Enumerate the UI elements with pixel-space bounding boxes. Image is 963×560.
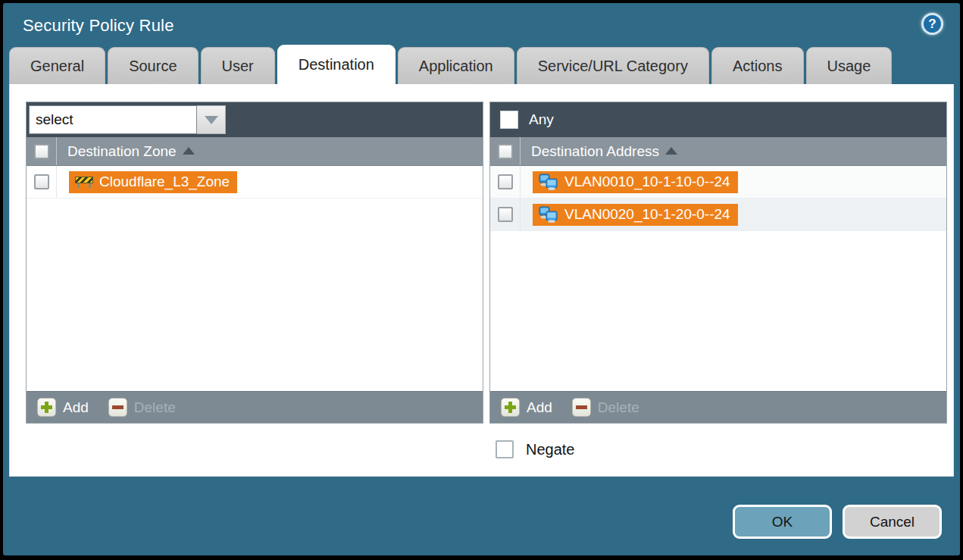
network-icon xyxy=(539,206,558,223)
any-row: Any xyxy=(492,111,554,129)
minus-icon xyxy=(572,398,591,417)
address-delete-button[interactable]: Delete xyxy=(572,398,639,417)
address-add-label: Add xyxy=(527,399,552,416)
zone-row-checkbox[interactable] xyxy=(34,174,49,189)
destination-zone-panel: Destination Zone Cloudflare_L3_Zone xyxy=(26,102,483,424)
tab-general[interactable]: General xyxy=(9,47,105,84)
address-row: VLAN0010_10-1-10-0--24 xyxy=(490,166,946,199)
security-policy-rule-dialog: Security Policy Rule ? General Source Us… xyxy=(3,3,960,555)
any-label: Any xyxy=(529,111,554,128)
address-row-checkbox[interactable] xyxy=(498,174,513,189)
zone-row-checkbox-cell xyxy=(27,166,57,198)
zone-select-all-checkbox[interactable] xyxy=(34,144,49,159)
address-delete-label: Delete xyxy=(598,399,639,416)
tab-application[interactable]: Application xyxy=(398,47,514,84)
address-select-all-cell xyxy=(490,137,521,165)
zone-item-label: Cloudflare_L3_Zone xyxy=(99,174,230,190)
negate-label: Negate xyxy=(526,441,575,458)
zone-add-label: Add xyxy=(63,399,89,416)
zone-select-all-cell xyxy=(27,137,57,165)
destination-address-panel: Any Destination Address xyxy=(489,102,947,424)
dialog-footer: OK Cancel xyxy=(733,505,942,539)
cancel-button[interactable]: Cancel xyxy=(843,505,942,539)
tab-actions[interactable]: Actions xyxy=(711,47,804,84)
zone-select-dropdown-button[interactable] xyxy=(197,105,226,134)
zone-column-title[interactable]: Destination Zone xyxy=(67,143,195,160)
address-panel-toolbar: Any xyxy=(490,102,946,137)
tab-user[interactable]: User xyxy=(201,47,275,84)
zone-list: Cloudflare_L3_Zone xyxy=(27,166,483,391)
address-item-label: VLAN0010_10-1-10-0--24 xyxy=(564,174,730,190)
address-row-checkbox-cell xyxy=(490,199,521,230)
zone-column-header: Destination Zone xyxy=(27,137,483,166)
zone-select-combo xyxy=(29,105,226,134)
chevron-down-icon xyxy=(205,116,218,124)
zone-icon xyxy=(75,175,93,188)
address-add-button[interactable]: Add xyxy=(501,398,552,417)
zone-panel-toolbar xyxy=(27,102,483,137)
dialog-title: Security Policy Rule xyxy=(23,16,174,36)
address-row: VLAN0020_10-1-20-0--24 xyxy=(490,199,946,231)
sort-ascending-icon xyxy=(183,147,195,155)
negate-row: Negate xyxy=(496,440,575,458)
ok-button[interactable]: OK xyxy=(733,505,832,539)
zone-select-input[interactable] xyxy=(29,105,197,134)
zone-column-label: Destination Zone xyxy=(67,143,177,160)
tab-strip: General Source User Destination Applicat… xyxy=(3,47,960,84)
negate-checkbox[interactable] xyxy=(496,440,514,458)
zone-delete-button[interactable]: Delete xyxy=(108,398,176,417)
destination-tab-content: Destination Zone Cloudflare_L3_Zone xyxy=(9,84,954,477)
title-bar: Security Policy Rule ? xyxy=(3,3,960,47)
address-row-checkbox[interactable] xyxy=(498,207,513,222)
help-icon[interactable]: ? xyxy=(921,13,943,35)
address-item-label: VLAN0020_10-1-20-0--24 xyxy=(564,206,730,223)
address-column-header: Destination Address xyxy=(490,137,946,166)
address-select-all-checkbox[interactable] xyxy=(498,144,513,159)
address-list: VLAN0010_10-1-10-0--24 xyxy=(490,166,946,391)
any-checkbox[interactable] xyxy=(500,111,518,129)
address-item[interactable]: VLAN0010_10-1-10-0--24 xyxy=(533,171,738,193)
zone-row: Cloudflare_L3_Zone xyxy=(27,166,483,199)
zone-add-button[interactable]: Add xyxy=(37,398,89,417)
tab-source[interactable]: Source xyxy=(108,47,198,84)
minus-icon xyxy=(108,398,127,417)
tab-destination[interactable]: Destination xyxy=(277,45,396,84)
network-icon xyxy=(539,174,558,190)
plus-icon xyxy=(501,398,520,417)
address-row-checkbox-cell xyxy=(490,166,521,198)
address-panel-footer: Add Delete xyxy=(490,391,946,423)
address-item[interactable]: VLAN0020_10-1-20-0--24 xyxy=(533,204,738,226)
tab-service-url-category[interactable]: Service/URL Category xyxy=(517,47,709,84)
zone-delete-label: Delete xyxy=(134,399,176,416)
address-column-title[interactable]: Destination Address xyxy=(531,143,677,160)
tab-usage[interactable]: Usage xyxy=(806,47,893,84)
sort-ascending-icon xyxy=(665,147,677,155)
zone-panel-footer: Add Delete xyxy=(27,391,483,423)
zone-item[interactable]: Cloudflare_L3_Zone xyxy=(69,171,237,193)
plus-icon xyxy=(37,398,56,417)
address-column-label: Destination Address xyxy=(531,143,659,160)
